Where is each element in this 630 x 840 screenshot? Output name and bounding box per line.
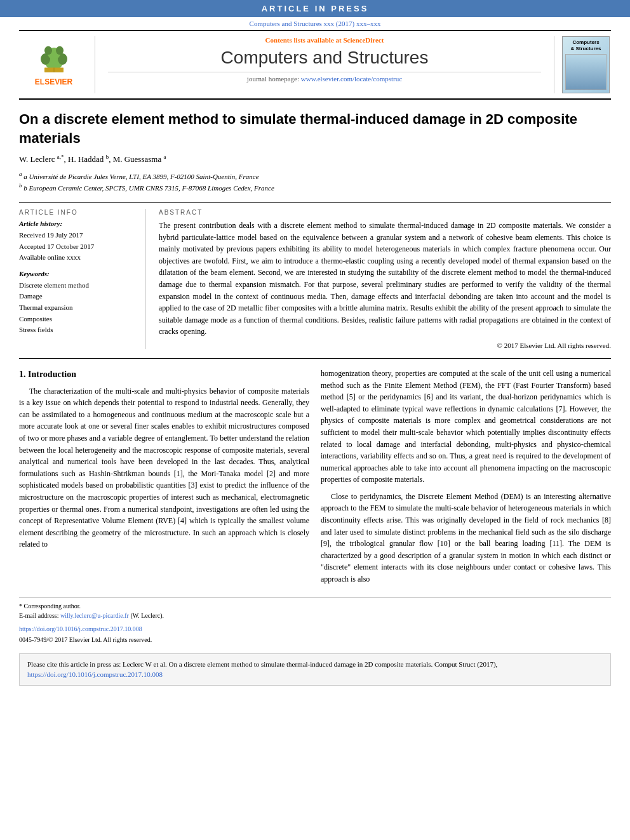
article-info-abstract: ARTICLE INFO Article history: Received 1…: [19, 202, 611, 349]
citation-text: Please cite this article in press as: Le…: [27, 660, 497, 668]
authors-line: W. Leclerc a,*, H. Haddad b, M. Guessasm…: [19, 154, 611, 164]
corresponding-note: * Corresponding author.: [19, 601, 611, 611]
homepage-label: journal homepage:: [247, 75, 299, 83]
email-label: E-mail address:: [19, 612, 58, 619]
contents-label: Contents lists available at: [265, 36, 342, 44]
homepage-url[interactable]: www.elsevier.com/locate/compstruc: [301, 75, 402, 83]
journal-title: Computers and Structures: [108, 48, 541, 68]
email-person: (W. Leclerc).: [130, 612, 164, 619]
cover-title: Computers& Structures: [570, 39, 601, 51]
affiliations: a a Université de Picardie Jules Verne, …: [19, 170, 611, 193]
section-divider: [19, 358, 611, 359]
journal-cover-section: Computers& Structures: [554, 36, 611, 93]
abstract-label: ABSTRACT: [159, 209, 611, 216]
received-date: Received 19 July 2017: [19, 230, 137, 241]
journal-header-center: Contents lists available at ScienceDirec…: [95, 36, 554, 93]
journal-header: ELSEVIER Contents lists available at Sci…: [19, 30, 611, 100]
article-in-press-banner: ARTICLE IN PRESS: [0, 0, 630, 17]
article-title: On a discrete element method to simulate…: [19, 110, 611, 147]
journal-homepage: journal homepage: www.elsevier.com/locat…: [108, 72, 541, 83]
keyword-3: Thermal expansion: [19, 302, 137, 314]
abstract-copyright: © 2017 Elsevier Ltd. All rights reserved…: [159, 342, 611, 349]
journal-ref-link[interactable]: Computers and Structures xxx (2017) xxx–…: [250, 20, 381, 27]
elsevier-logo-section: ELSEVIER: [19, 36, 95, 93]
keyword-4: Composites: [19, 314, 137, 325]
intro-para2: homogenization theory, properties are co…: [321, 368, 611, 486]
accepted-date: Accepted 17 October 2017: [19, 241, 137, 253]
email-link[interactable]: willy.leclerc@u-picardie.fr: [60, 612, 129, 619]
svg-point-6: [56, 46, 64, 55]
sciencedirect-name: ScienceDirect: [343, 36, 384, 44]
article-info-column: ARTICLE INFO Article history: Received 1…: [19, 209, 146, 349]
journal-ref-line: Computers and Structures xxx (2017) xxx–…: [0, 17, 630, 30]
intro-para1: The characterization of the multi-scale …: [19, 385, 309, 550]
footer-section: * Corresponding author. E-mail address: …: [19, 597, 611, 647]
citation-doi-link[interactable]: https://doi.org/10.1016/j.compstruc.2017…: [27, 670, 163, 678]
keyword-2: Damage: [19, 291, 137, 302]
history-label: Article history:: [19, 220, 137, 227]
abstract-text: The present contribution deals with a di…: [159, 220, 611, 338]
body-col-left: 1. Introduction The characterization of …: [19, 368, 309, 590]
citation-box: Please cite this article in press as: Le…: [19, 653, 611, 686]
elsevier-tree-logo: [35, 43, 73, 75]
keywords-label: Keywords:: [19, 270, 137, 277]
doi-line: https://doi.org/10.1016/j.compstruc.2017…: [19, 624, 611, 634]
available-date: Available online xxxx: [19, 252, 137, 263]
body-col-right: homogenization theory, properties are co…: [321, 368, 611, 590]
keyword-5: Stress fields: [19, 324, 137, 336]
svg-point-5: [44, 46, 52, 55]
intro-para3: Close to peridynamics, the Discrete Elem…: [321, 491, 611, 585]
introduction-section: 1. Introduction The characterization of …: [19, 368, 611, 590]
abstract-column: ABSTRACT The present contribution deals …: [159, 209, 611, 349]
footer-copyright: 0045-7949/© 2017 Elsevier Ltd. All right…: [19, 636, 611, 643]
sciencedirect-line: Contents lists available at ScienceDirec…: [108, 36, 541, 44]
email-line: E-mail address: willy.leclerc@u-picardie…: [19, 611, 611, 620]
elsevier-brand: ELSEVIER: [35, 77, 72, 86]
article-content: On a discrete element method to simulate…: [19, 100, 611, 590]
keyword-1: Discrete element method: [19, 280, 137, 291]
journal-cover-thumbnail: Computers& Structures: [562, 36, 610, 93]
section1-heading: 1. Introduction: [19, 368, 309, 382]
article-info-label: ARTICLE INFO: [19, 209, 137, 216]
doi-link[interactable]: https://doi.org/10.1016/j.compstruc.2017…: [19, 625, 142, 632]
